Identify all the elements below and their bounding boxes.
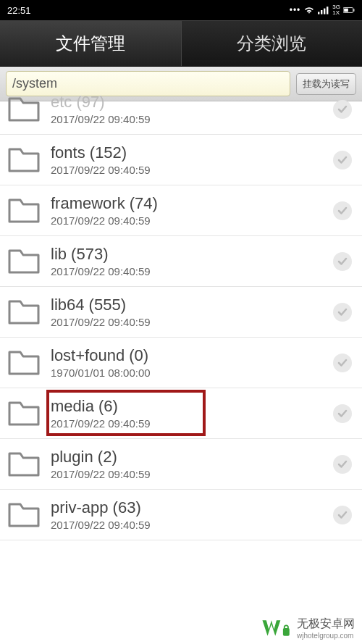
file-date: 2017/09/22 09:40:59 <box>51 468 333 480</box>
svg-rect-6 <box>344 9 348 12</box>
file-date: 2017/09/22 09:40:59 <box>51 265 333 277</box>
file-row[interactable]: media (6)2017/09/22 09:40:59 <box>0 388 362 439</box>
svg-rect-5 <box>353 9 354 11</box>
status-time: 22:51 <box>7 5 31 16</box>
row-checkbox[interactable] <box>333 252 352 271</box>
file-info: lib64 (555)2017/09/22 09:40:59 <box>51 296 333 328</box>
folder-icon <box>7 400 41 427</box>
watermark-title: 无极安卓网 <box>297 617 355 630</box>
file-info: framework (74)2017/09/22 09:40:59 <box>51 194 333 227</box>
file-date: 1970/01/01 08:00:00 <box>51 367 333 379</box>
svg-rect-2 <box>324 9 325 14</box>
file-info: lib (573)2017/09/22 09:40:59 <box>51 245 333 277</box>
file-name: etc (97) <box>51 93 333 112</box>
file-row[interactable]: plugin (2)2017/09/22 09:40:59 <box>0 439 362 490</box>
svg-rect-1 <box>321 10 322 14</box>
file-name: fonts (152) <box>51 143 333 162</box>
folder-icon <box>7 298 41 326</box>
file-name: priv-app (63) <box>51 498 333 517</box>
file-name: plugin (2) <box>51 448 333 467</box>
signal-dots-icon: ••• <box>290 5 301 15</box>
row-checkbox[interactable] <box>333 506 352 524</box>
file-date: 2017/09/22 09:40:59 <box>51 113 333 125</box>
file-info: etc (97)2017/09/22 09:40:59 <box>51 93 333 125</box>
file-row[interactable]: framework (74)2017/09/22 09:40:59 <box>0 185 362 236</box>
folder-icon <box>7 501 41 529</box>
network-1x-label: 1X <box>332 10 340 16</box>
file-date: 2017/09/22 09:40:59 <box>51 164 333 176</box>
file-name: lost+found (0) <box>51 346 333 365</box>
folder-icon <box>7 96 41 123</box>
watermark: 无极安卓网 wjhotelgroup.com <box>261 616 355 640</box>
file-date: 2017/09/22 09:40:59 <box>51 417 333 430</box>
file-info: lost+found (0)1970/01/01 08:00:00 <box>51 346 333 379</box>
file-row[interactable]: lib (573)2017/09/22 09:40:59 <box>0 236 362 287</box>
folder-icon <box>7 197 41 225</box>
file-row[interactable]: fonts (152)2017/09/22 09:40:59 <box>0 135 362 185</box>
row-checkbox[interactable] <box>333 404 352 423</box>
file-name: framework (74) <box>51 194 333 213</box>
tab-header: 文件管理 分类浏览 <box>0 20 362 67</box>
file-name: lib64 (555) <box>51 296 333 314</box>
row-checkbox[interactable] <box>333 201 352 220</box>
signal-bars-icon <box>318 6 329 14</box>
file-info: fonts (152)2017/09/22 09:40:59 <box>51 143 333 176</box>
battery-icon <box>343 6 355 14</box>
svg-rect-0 <box>318 12 319 14</box>
file-info: media (6)2017/09/22 09:40:59 <box>51 397 333 430</box>
row-checkbox[interactable] <box>333 100 352 119</box>
file-date: 2017/09/22 09:40:59 <box>51 519 333 531</box>
watermark-logo-icon <box>261 616 292 640</box>
tab-category-browse[interactable]: 分类浏览 <box>182 21 363 66</box>
file-row[interactable]: priv-app (63)2017/09/22 09:40:59 <box>0 490 362 540</box>
file-date: 2017/09/22 09:40:59 <box>51 316 333 328</box>
file-row[interactable]: lib64 (555)2017/09/22 09:40:59 <box>0 287 362 338</box>
row-checkbox[interactable] <box>333 354 352 372</box>
file-info: priv-app (63)2017/09/22 09:40:59 <box>51 498 333 531</box>
svg-rect-8 <box>285 625 288 629</box>
status-icons: ••• 3G 1X <box>290 4 355 16</box>
file-row[interactable]: etc (97)2017/09/22 09:40:59 <box>0 84 362 135</box>
file-name: lib (573) <box>51 245 333 264</box>
watermark-url: wjhotelgroup.com <box>297 632 355 640</box>
file-row[interactable]: lost+found (0)1970/01/01 08:00:00 <box>0 338 362 388</box>
row-checkbox[interactable] <box>333 455 352 474</box>
tab-file-management[interactable]: 文件管理 <box>0 21 182 66</box>
wifi-icon <box>303 6 315 14</box>
file-list[interactable]: etc (97)2017/09/22 09:40:59fonts (152)20… <box>0 84 362 620</box>
svg-rect-3 <box>327 7 328 14</box>
row-checkbox[interactable] <box>333 303 352 322</box>
tab-file-management-label: 文件管理 <box>56 32 125 55</box>
tab-category-browse-label: 分类浏览 <box>237 32 306 55</box>
row-checkbox[interactable] <box>333 151 352 170</box>
folder-icon <box>7 349 41 377</box>
folder-icon <box>7 146 41 174</box>
file-date: 2017/09/22 09:40:59 <box>51 214 333 227</box>
status-bar: 22:51 ••• 3G 1X <box>0 0 362 20</box>
file-info: plugin (2)2017/09/22 09:40:59 <box>51 448 333 480</box>
file-name: media (6) <box>51 397 333 416</box>
folder-icon <box>7 451 41 478</box>
folder-icon <box>7 248 41 275</box>
